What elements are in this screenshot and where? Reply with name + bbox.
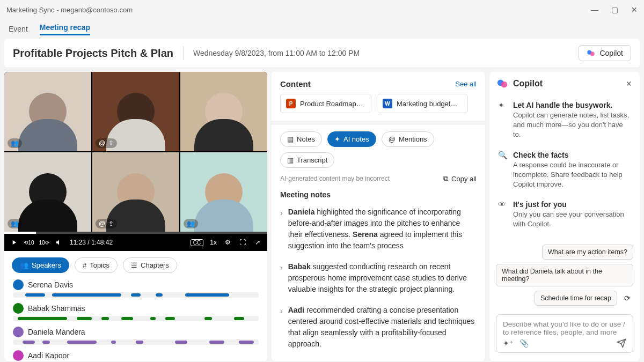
- settings-icon[interactable]: ⚙: [223, 238, 232, 247]
- speaker-timeline[interactable]: [13, 339, 259, 345]
- speaker-row[interactable]: Aadi Kapoor: [13, 350, 259, 361]
- mention-icon: @: [389, 135, 396, 143]
- speaker-timeline[interactable]: [13, 316, 259, 321]
- copilot-suggestion[interactable]: What are my action items?: [542, 245, 633, 260]
- tab-transcript[interactable]: ▥Transcript: [280, 152, 334, 168]
- transcript-icon: ▥: [287, 156, 294, 164]
- sparkle-icon: ✦: [334, 135, 340, 143]
- file-label: Product Roadmap…: [300, 100, 363, 108]
- maximize-button[interactable]: ▢: [611, 5, 618, 14]
- mention-icon: @: [99, 139, 105, 147]
- mention-icon: @: [99, 220, 105, 227]
- send-icon[interactable]: [617, 338, 626, 348]
- speaker-row[interactable]: Babak Shammas: [13, 303, 259, 321]
- file-label: Marketing budget…: [397, 100, 457, 108]
- eye-icon: 👁: [498, 200, 508, 229]
- fullscreen-icon[interactable]: ⛶: [238, 238, 247, 247]
- participant-tile[interactable]: 👥: [4, 152, 91, 232]
- participant-tile[interactable]: @⇪: [92, 152, 179, 232]
- filter-chapters[interactable]: ☰Chapters: [123, 257, 177, 273]
- speaker-timeline[interactable]: [13, 292, 259, 298]
- filter-topics[interactable]: #Topics: [75, 257, 118, 273]
- search-icon: 🔍: [498, 151, 508, 190]
- meeting-notes-heading: Meeting notes: [272, 183, 485, 203]
- copilot-suggestion[interactable]: What did Daniela talk about in the meeti…: [496, 264, 633, 286]
- copilot-icon: [497, 78, 508, 89]
- minimize-button[interactable]: —: [591, 5, 598, 14]
- copy-all-button[interactable]: ⧉Copy all: [443, 174, 477, 183]
- note-text: Aadi recommended crafting a concise pres…: [288, 305, 477, 350]
- chevron-right-icon: ›: [280, 208, 283, 252]
- avatar: [13, 303, 24, 314]
- see-all-link[interactable]: See all: [455, 80, 477, 88]
- copilot-button-label: Copilot: [599, 49, 623, 57]
- copilot-card-desc: A response could be inaccurate or incomp…: [513, 160, 631, 190]
- filter-speakers[interactable]: 👥Speakers: [12, 257, 69, 273]
- attach-icon[interactable]: 📎: [519, 339, 529, 348]
- volume-icon[interactable]: [55, 238, 63, 247]
- copilot-card-desc: Only you can see your conversation with …: [513, 210, 631, 229]
- note-item[interactable]: ›Daniela highlighted the significance of…: [272, 203, 485, 258]
- tab-meeting-recap[interactable]: Meeting recap: [40, 23, 90, 35]
- speaker-row[interactable]: Daniela Mandera: [13, 327, 259, 345]
- sparkle-icon[interactable]: ✦⁺: [503, 339, 513, 348]
- copilot-info-item: 🔍Check the factsA response could be inac…: [496, 145, 633, 195]
- speaker-name: Daniela Mandera: [28, 328, 85, 336]
- people-icon: 👥: [20, 261, 28, 269]
- tab-ai-notes[interactable]: ✦AI notes: [327, 131, 376, 147]
- note-text: Daniela highlighted the significance of …: [288, 206, 477, 252]
- play-icon[interactable]: [10, 238, 18, 247]
- avatar: [13, 327, 24, 337]
- tab-notes[interactable]: ▤Notes: [280, 131, 322, 147]
- svg-point-1: [590, 51, 595, 56]
- copilot-info-item: 👁It's just for youOnly you can see your …: [496, 195, 633, 234]
- speaker-row[interactable]: Serena Davis: [13, 279, 259, 298]
- window-title: Marketing Sync - meganb@contoso.com: [6, 6, 133, 14]
- divider: [183, 46, 184, 60]
- popout-icon[interactable]: ↗: [253, 238, 262, 247]
- meeting-datetime: Wednesday 9/8/2023, from 11:00 AM to 12:…: [193, 49, 360, 57]
- video-progress[interactable]: [4, 232, 267, 234]
- participant-tile[interactable]: 👥: [4, 72, 91, 151]
- forward-10-icon[interactable]: 10⟳: [40, 238, 48, 247]
- copilot-card-title: It's just for you: [513, 200, 631, 209]
- copilot-suggestion[interactable]: Schedule time for recap: [535, 291, 617, 306]
- note-item[interactable]: ›Aadi recommended crafting a concise pre…: [272, 301, 485, 356]
- copilot-input[interactable]: Describe what you'd like to do or use / …: [496, 314, 633, 353]
- sparkle-icon: ✦: [498, 101, 508, 140]
- chevron-right-icon: ›: [280, 306, 283, 350]
- speaker-name: Babak Shammas: [28, 304, 85, 313]
- tab-mentions[interactable]: @Mentions: [382, 131, 434, 147]
- note-item[interactable]: ›Babak suggested conducting research on …: [272, 258, 485, 301]
- content-heading: Content: [280, 79, 311, 88]
- video-player[interactable]: 👥 @⇪ 👥 @⇪ 👥 ⟲10 10⟳ 11:23 / 1:48:42 CC 1…: [4, 72, 267, 251]
- close-window-button[interactable]: ✕: [631, 5, 638, 14]
- page-title: Profitable Projects Pitch & Plan: [13, 47, 173, 60]
- copilot-button[interactable]: Copilot: [579, 45, 631, 61]
- avatar: [13, 350, 24, 361]
- share-icon: ⇪: [108, 139, 114, 147]
- close-copilot-icon[interactable]: ✕: [626, 79, 632, 88]
- video-time: 11:23 / 1:48:42: [70, 239, 113, 246]
- participant-tile[interactable]: @⇪: [92, 72, 179, 151]
- speaker-name: Serena Davis: [28, 280, 73, 289]
- avatar: [13, 279, 24, 290]
- share-icon: ⇪: [108, 220, 114, 227]
- note-icon: ▤: [287, 135, 294, 143]
- file-doc[interactable]: WMarketing budget…: [377, 94, 468, 113]
- people-icon: 👥: [11, 139, 19, 147]
- copilot-placeholder: Describe what you'd like to do or use / …: [503, 320, 626, 338]
- rewind-10-icon[interactable]: ⟲10: [25, 238, 33, 247]
- ai-disclaimer: AI-generated content may be incorrect: [280, 175, 390, 182]
- powerpoint-icon: P: [286, 99, 296, 108]
- tab-event[interactable]: Event: [9, 25, 28, 33]
- word-icon: W: [383, 99, 392, 108]
- refresh-suggestions-icon[interactable]: ⟳: [621, 292, 633, 304]
- cc-button[interactable]: CC: [191, 239, 203, 246]
- copilot-info-item: ✦Let AI handle the busywork.Copilot can …: [496, 95, 633, 145]
- participant-tile[interactable]: 👥: [180, 152, 267, 232]
- speed-button[interactable]: 1x: [210, 239, 217, 246]
- participant-tile[interactable]: [180, 72, 267, 151]
- list-icon: ☰: [131, 261, 137, 269]
- file-ppt[interactable]: PProduct Roadmap…: [280, 94, 371, 113]
